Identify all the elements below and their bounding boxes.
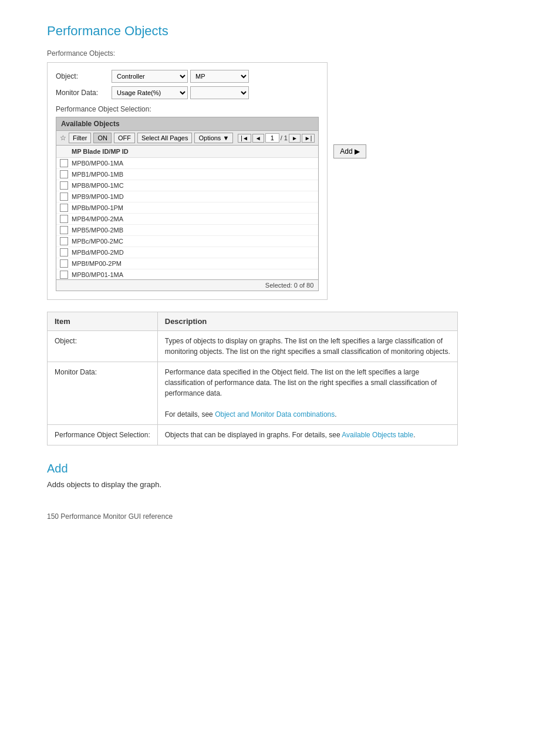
on-button[interactable]: ON bbox=[93, 133, 112, 143]
status-text: Selected: 0 of 80 bbox=[265, 282, 314, 289]
list-item-label: MPBf/MP00-2PM bbox=[72, 260, 122, 267]
list-item-label: MPB1/MP00-1MB bbox=[72, 171, 123, 178]
list-item-checkbox[interactable] bbox=[60, 193, 68, 201]
list-item-label: MPB4/MP00-2MA bbox=[72, 215, 123, 222]
list-item-label: MPBc/MP00-2MC bbox=[72, 238, 123, 245]
list-toolbar: ☆ Filter ON OFF Select All Pages Options… bbox=[56, 130, 319, 145]
page-footer: 150 Performance Monitor GUI reference bbox=[47, 512, 525, 521]
monitor-label: Monitor Data: bbox=[56, 89, 112, 97]
list-header: MP Blade ID/MP ID bbox=[56, 146, 318, 158]
table-row: Object: Types of objects to display on g… bbox=[48, 331, 458, 362]
filter-icon: ☆ bbox=[60, 134, 66, 142]
prev-page-button[interactable]: ◄ bbox=[252, 134, 264, 143]
list-item-checkbox[interactable] bbox=[60, 181, 68, 190]
col-header-label: MP Blade ID/MP ID bbox=[72, 148, 129, 155]
panel-label: Performance Objects: bbox=[47, 49, 525, 58]
list-item-label: MPB0/MP00-1MA bbox=[72, 160, 123, 167]
list-item[interactable]: MPB5/MP00-2MB bbox=[56, 225, 318, 236]
list-item[interactable]: MPB0/MP00-1MA bbox=[56, 158, 318, 169]
list-item-label: MPBd/MP00-2MD bbox=[72, 249, 124, 256]
selection-label: Performance Object Selection: bbox=[56, 105, 319, 113]
object-label: Object: bbox=[56, 72, 112, 80]
list-item-label: MPB8/MP00-1MC bbox=[72, 182, 124, 189]
monitor-select-group: Usage Rate(%) Busy Rate(%) bbox=[112, 86, 249, 99]
list-item-checkbox[interactable] bbox=[60, 226, 68, 234]
item-cell-object: Object: bbox=[48, 331, 158, 362]
monitor-select-right[interactable] bbox=[190, 86, 249, 99]
desc-cell-selection: Objects that can be displayed in graphs.… bbox=[157, 425, 457, 445]
object-select-left[interactable]: Controller Port Disk bbox=[112, 70, 188, 83]
list-item[interactable]: MPBd/MP00-2MD bbox=[56, 247, 318, 258]
pager: |◄ ◄ / 1 ► ►| bbox=[238, 133, 315, 143]
list-item-checkbox[interactable] bbox=[60, 170, 68, 178]
objects-list[interactable]: MP Blade ID/MP ID MPB0/MP00-1MAMPB1/MP00… bbox=[56, 145, 319, 280]
desc-cell-monitor: Performance data specified in the Object… bbox=[157, 362, 457, 425]
page-total: / 1 bbox=[281, 134, 288, 141]
col-desc-header: Description bbox=[157, 312, 457, 331]
list-item-checkbox[interactable] bbox=[60, 215, 68, 223]
list-item[interactable]: MPBb/MP00-1PM bbox=[56, 202, 318, 214]
list-item-checkbox[interactable] bbox=[60, 159, 68, 167]
list-item[interactable]: MPB9/MP00-1MD bbox=[56, 191, 318, 202]
page-input[interactable] bbox=[265, 133, 279, 143]
list-item[interactable]: MPBc/MP00-2MC bbox=[56, 236, 318, 247]
list-item-label: MPBb/MP00-1PM bbox=[72, 204, 123, 211]
list-item-checkbox[interactable] bbox=[60, 237, 68, 245]
description-table: Item Description Object: Types of object… bbox=[47, 312, 458, 445]
list-item-label: MPB5/MP00-2MB bbox=[72, 227, 123, 234]
list-item-checkbox[interactable] bbox=[60, 248, 68, 256]
monitor-select-left[interactable]: Usage Rate(%) Busy Rate(%) bbox=[112, 86, 188, 99]
last-page-button[interactable]: ►| bbox=[302, 134, 315, 143]
col-item-header: Item bbox=[48, 312, 158, 331]
avail-objects-header: Available Objects bbox=[56, 117, 319, 130]
list-item-checkbox[interactable] bbox=[60, 204, 68, 212]
options-button[interactable]: Options ▼ bbox=[194, 133, 233, 143]
list-item[interactable]: MPB1/MP00-1MB bbox=[56, 169, 318, 180]
add-section-desc: Adds objects to display the graph. bbox=[47, 480, 525, 489]
performance-objects-panel: Object: Controller Port Disk MP Cache Mo… bbox=[47, 62, 328, 300]
list-item-checkbox[interactable] bbox=[60, 271, 68, 279]
add-button[interactable]: Add ▶ bbox=[333, 144, 366, 158]
object-field-row: Object: Controller Port Disk MP Cache bbox=[56, 70, 319, 83]
desc-cell-object: Types of objects to display on graphs. T… bbox=[157, 331, 457, 362]
list-item-label: MPB9/MP00-1MD bbox=[72, 193, 124, 200]
avail-objects-link[interactable]: Available Objects table bbox=[342, 431, 413, 439]
list-item-checkbox[interactable] bbox=[60, 259, 68, 268]
monitor-field-row: Monitor Data: Usage Rate(%) Busy Rate(%) bbox=[56, 86, 319, 99]
filter-button[interactable]: Filter bbox=[69, 133, 91, 143]
next-page-button[interactable]: ► bbox=[289, 134, 301, 143]
list-item[interactable]: MPB8/MP00-1MC bbox=[56, 180, 318, 191]
object-select-right[interactable]: MP Cache bbox=[190, 70, 249, 83]
select-all-button[interactable]: Select All Pages bbox=[137, 133, 193, 143]
item-cell-selection: Performance Object Selection: bbox=[48, 425, 158, 445]
add-section-heading: Add bbox=[47, 462, 525, 475]
monitor-data-link[interactable]: Object and Monitor Data combinations bbox=[215, 410, 335, 418]
page-title: Performance Objects bbox=[47, 23, 525, 39]
first-page-button[interactable]: |◄ bbox=[238, 134, 251, 143]
off-button[interactable]: OFF bbox=[114, 133, 135, 143]
object-select-group: Controller Port Disk MP Cache bbox=[112, 70, 249, 83]
list-item[interactable]: MPBf/MP00-2PM bbox=[56, 258, 318, 269]
panel-area: Object: Controller Port Disk MP Cache Mo… bbox=[47, 62, 525, 300]
list-item[interactable]: MPB0/MP01-1MA bbox=[56, 269, 318, 280]
status-bar: Selected: 0 of 80 bbox=[56, 280, 319, 291]
table-row: Performance Object Selection: Objects th… bbox=[48, 425, 458, 445]
list-item[interactable]: MPB4/MP00-2MA bbox=[56, 214, 318, 225]
table-row: Monitor Data: Performance data specified… bbox=[48, 362, 458, 425]
list-item-label: MPB0/MP01-1MA bbox=[72, 271, 123, 278]
item-cell-monitor: Monitor Data: bbox=[48, 362, 158, 425]
